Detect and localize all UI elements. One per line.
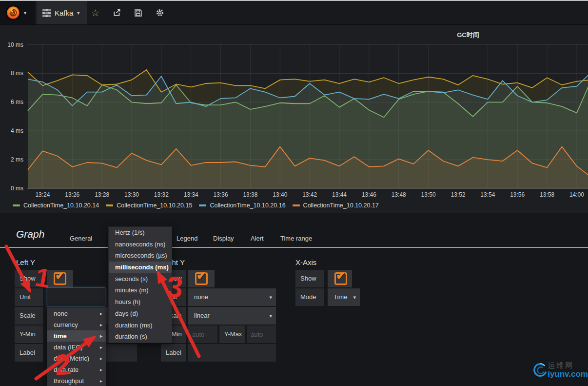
legend-item[interactable]: CollectionTime_10.10.20.16	[199, 202, 285, 209]
menu-item-duration-s-[interactable]: duration (s)	[109, 331, 172, 343]
legend-series-color-icon	[293, 204, 300, 206]
menu-item-data-metric-[interactable]: data (Metric)▸	[47, 353, 106, 364]
time-series-chart[interactable]	[0, 25, 588, 193]
tab-display[interactable]: Display	[213, 235, 234, 242]
menu-item-label: microseconds (µs)	[115, 252, 167, 259]
share-icon[interactable]	[112, 8, 121, 18]
chevron-down-icon: ▾	[269, 288, 272, 306]
left-y-show-checkbox[interactable]	[47, 270, 73, 287]
iyunv-logo-icon	[531, 358, 547, 383]
left-y-heading: Left Y	[16, 258, 35, 266]
y-tick: 10 ms	[1, 41, 23, 48]
left-y-label-label: Label	[15, 344, 43, 362]
tab-legend[interactable]: Legend	[176, 235, 197, 242]
menu-item-none[interactable]: none▸	[47, 308, 106, 319]
left-y-unit-input[interactable]	[47, 287, 105, 307]
menu-item-microseconds-s-[interactable]: microseconds (µs)	[109, 250, 172, 262]
save-icon[interactable]	[134, 8, 143, 18]
chevron-down-icon: ▾	[269, 307, 272, 325]
y-tick: 8 ms	[1, 70, 23, 77]
menu-item-hertz-1-s-[interactable]: Hertz (1/s)	[109, 227, 172, 239]
checkbox-checked-icon	[334, 272, 347, 285]
menu-item-duration-ms-[interactable]: duration (ms)	[109, 320, 172, 331]
menu-item-label: hours (h)	[115, 298, 140, 305]
legend-item[interactable]: CollectionTime_10.10.20.17	[293, 202, 379, 209]
x-tick: 13:24	[32, 191, 53, 198]
menu-item-data-iec-[interactable]: data (IEC)▸	[47, 342, 106, 353]
chevron-right-icon: ▸	[100, 342, 102, 353]
top-border	[0, 0, 588, 1]
chevron-right-icon: ▸	[100, 319, 102, 330]
checkbox-checked-icon	[54, 272, 66, 285]
x-tick: 13:42	[299, 191, 320, 198]
menu-item-time[interactable]: time▸	[47, 330, 106, 342]
menu-item-label: time	[54, 332, 67, 340]
legend-series-name: CollectionTime_10.10.20.14	[23, 202, 99, 209]
x-tick: 13:36	[210, 191, 232, 198]
right-y-ymin-input[interactable]	[188, 325, 217, 343]
legend-series-name: CollectionTime_10.10.20.16	[210, 202, 285, 209]
menu-item-minutes-m-[interactable]: minutes (m)	[109, 284, 172, 296]
right-y-show-checkbox[interactable]	[188, 270, 215, 287]
legend-series-name: CollectionTime_10.10.20.17	[303, 202, 379, 209]
tab-general[interactable]: General	[70, 235, 92, 242]
x-tick: 13:28	[91, 191, 113, 198]
x-tick: 13:54	[477, 191, 498, 198]
x-tick: 13:40	[269, 191, 291, 198]
x-axis-heading: X-Axis	[295, 258, 316, 266]
x-tick: 13:26	[61, 191, 83, 198]
menu-item-days-d-[interactable]: days (d)	[109, 308, 172, 320]
time-unit-submenu: Hertz (1/s)nanoseconds (ns)microseconds …	[108, 226, 172, 343]
menu-item-data-rate[interactable]: data rate▸	[47, 364, 106, 375]
panel-editor-title: Graph	[16, 228, 44, 240]
menu-item-seconds-s-[interactable]: seconds (s)	[109, 273, 172, 285]
navbar-actions: ☆	[91, 1, 164, 24]
chevron-right-icon: ▸	[100, 308, 102, 319]
menu-item-label: data (Metric)	[54, 355, 89, 362]
legend-series-color-icon	[199, 204, 206, 206]
star-icon[interactable]: ☆	[91, 8, 100, 18]
right-y-label-input[interactable]	[188, 344, 276, 362]
y-tick: 2 ms	[1, 156, 23, 163]
dashboard-title-menu[interactable]: Kafka ▾	[37, 1, 87, 24]
x-tick: 13:44	[329, 191, 350, 198]
menu-item-throughput[interactable]: throughput▸	[47, 375, 106, 386]
menu-item-label: duration (ms)	[115, 322, 153, 329]
chevron-down-icon: ▾	[24, 10, 26, 16]
legend-item[interactable]: CollectionTime_10.10.20.14	[13, 202, 99, 209]
legend-series-color-icon	[13, 204, 20, 206]
watermark-en: iyunv.com	[548, 370, 588, 379]
right-y-ymax-input[interactable]	[247, 325, 276, 343]
x-axis-show-checkbox[interactable]	[328, 270, 352, 287]
menu-item-label: minutes (m)	[115, 286, 149, 294]
menu-item-label: none	[54, 310, 68, 317]
tab-alert[interactable]: Alert	[251, 235, 264, 242]
unit-category-menu: none▸currency▸time▸data (IEC)▸data (Metr…	[47, 307, 106, 386]
right-y-ymax-label: Y-Max	[219, 325, 245, 343]
right-y-scale-select[interactable]: linear▾	[188, 307, 276, 325]
checkbox-checked-icon	[195, 272, 208, 285]
menu-item-currency[interactable]: currency▸	[47, 319, 106, 330]
menu-item-label: throughput	[54, 377, 84, 385]
x-axis-mode-select[interactable]: Time▾	[328, 288, 360, 306]
left-y-unit-label: Unit	[15, 288, 43, 306]
y-tick: 4 ms	[1, 127, 23, 134]
chevron-down-icon: ▾	[77, 10, 79, 16]
gear-icon[interactable]	[155, 8, 164, 18]
left-y-scale-label: Scale	[15, 307, 43, 325]
y-tick: 6 ms	[1, 99, 23, 105]
left-y-show-label: Show	[15, 270, 43, 287]
menu-item-milliseconds-ms-[interactable]: milliseconds (ms)	[109, 262, 172, 273]
right-y-unit-select[interactable]: none▾	[188, 288, 276, 306]
tab-time-range[interactable]: Time range	[280, 235, 312, 242]
x-tick: 13:56	[507, 191, 528, 198]
menu-item-label: data rate	[54, 366, 78, 373]
legend-item[interactable]: CollectionTime_10.10.20.15	[106, 202, 192, 209]
menu-item-label: nanoseconds (ns)	[115, 241, 165, 248]
grafana-main-menu[interactable]: ▾	[0, 1, 36, 24]
menu-item-hours-h-[interactable]: hours (h)	[109, 296, 172, 308]
chevron-right-icon: ▸	[100, 375, 102, 386]
menu-item-nanoseconds-ns-[interactable]: nanoseconds (ns)	[109, 239, 172, 250]
x-tick: 13:52	[447, 191, 469, 198]
x-tick: 14:00	[566, 191, 588, 198]
